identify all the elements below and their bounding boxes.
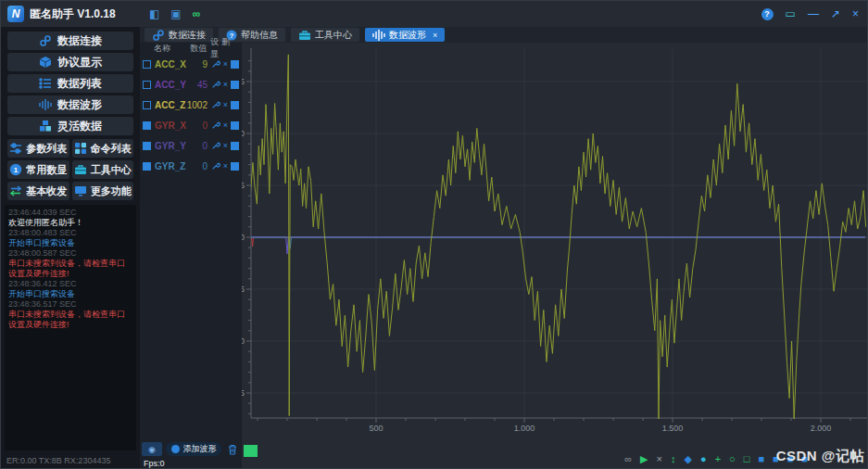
row-delete-button[interactable]: × bbox=[220, 120, 231, 130]
row-delete-button[interactable]: × bbox=[220, 80, 231, 89]
sidebar-item-cube[interactable]: 协议显示 bbox=[7, 53, 133, 71]
play-icon[interactable]: ▶ bbox=[640, 453, 648, 464]
row-select-checkbox[interactable] bbox=[143, 81, 151, 89]
cube-icon bbox=[39, 56, 52, 69]
eye-button[interactable]: ◉ bbox=[142, 442, 162, 456]
link-icon[interactable]: ∞ bbox=[193, 7, 201, 20]
chart-canvas[interactable]: 151050-5-10-155001.0001.5002.000 bbox=[242, 43, 868, 469]
status-bar: ER:0.00 TX:8B RX:2304435 bbox=[1, 453, 140, 469]
row-name: ACC_Z bbox=[155, 100, 186, 110]
row-visible-checkbox[interactable] bbox=[231, 60, 239, 69]
log-message: 欢迎使用匿名助手！ bbox=[8, 218, 132, 228]
circle-icon[interactable]: ○ bbox=[729, 453, 736, 464]
log-timestamp: 23:48:36.412 SEC bbox=[8, 279, 132, 289]
data-list-header: 名称 数值 设删显 bbox=[140, 43, 242, 54]
row-visible-checkbox[interactable] bbox=[231, 162, 239, 171]
sidebar-grid-label: 工具中心 bbox=[91, 163, 132, 177]
cursor-icon[interactable]: ■ bbox=[758, 453, 764, 464]
x-tick-label: 1.500 bbox=[662, 424, 684, 433]
row-settings-button[interactable] bbox=[210, 161, 220, 171]
sidebar-grid-label: 命令列表 bbox=[91, 142, 132, 156]
close-button[interactable]: × bbox=[852, 8, 859, 19]
header-value: 数值 bbox=[188, 43, 208, 55]
row-select-checkbox[interactable] bbox=[143, 142, 151, 150]
diamond-icon[interactable]: ◆ bbox=[685, 453, 692, 464]
row-select-checkbox[interactable] bbox=[143, 60, 151, 69]
app-title: 匿名助手 V1.0.18 bbox=[30, 6, 116, 22]
row-visible-checkbox[interactable] bbox=[231, 142, 239, 150]
sidebar-grid-toolbox[interactable]: 工具中心 bbox=[72, 160, 134, 179]
table-row: ACC_Z1002× bbox=[140, 95, 242, 115]
sidebar-item-label: 数据列表 bbox=[57, 76, 102, 92]
app-window: N 匿名助手 V1.0.18 数据连接协议显示数据列表数据波形灵活数据 参数列表… bbox=[0, 0, 868, 469]
add-waveform-label: 添加波形 bbox=[183, 443, 217, 455]
row-name: ACC_Y bbox=[155, 80, 186, 90]
row-settings-button[interactable] bbox=[210, 80, 220, 89]
add-waveform-icon bbox=[171, 445, 180, 453]
row-name: GYR_X bbox=[155, 120, 186, 131]
row-delete-button[interactable]: × bbox=[220, 141, 231, 150]
sidebar-grid-arrows[interactable]: 基本收发 bbox=[7, 182, 69, 200]
row-visible-checkbox[interactable] bbox=[231, 121, 239, 130]
row-value: 9 bbox=[186, 59, 208, 70]
row-select-checkbox[interactable] bbox=[143, 101, 151, 109]
row-visible-checkbox[interactable] bbox=[231, 101, 239, 109]
sidebar-grid-one-circle[interactable]: 1常用数显 bbox=[7, 160, 69, 179]
sidebar-item-link[interactable]: 数据连接 bbox=[7, 32, 133, 50]
row-delete-button[interactable]: × bbox=[220, 100, 231, 109]
row-select-checkbox[interactable] bbox=[143, 121, 151, 130]
sidebar-item-list[interactable]: 数据列表 bbox=[7, 74, 133, 93]
tab-link[interactable]: 数据连接 bbox=[145, 28, 213, 42]
x-tick-label: 2.000 bbox=[811, 424, 832, 433]
app-title-text: 匿名助手 bbox=[30, 7, 74, 20]
tab-toolbox[interactable]: 工具中心 bbox=[291, 28, 359, 42]
sidebar-item-label: 灵活数据 bbox=[57, 119, 102, 134]
one-circle-icon: 1 bbox=[9, 163, 22, 176]
link-icon[interactable]: ∞ bbox=[624, 453, 632, 464]
sidebar-header: N 匿名助手 V1.0.18 bbox=[1, 1, 140, 27]
add-waveform-button[interactable]: 添加波形 bbox=[166, 442, 221, 456]
help-icon[interactable]: ? bbox=[761, 8, 774, 20]
sidebar-grid-screen[interactable]: 更多功能 bbox=[72, 182, 134, 200]
fit-vertical-icon[interactable]: ↕ bbox=[671, 453, 676, 464]
windows-icon[interactable]: ▣ bbox=[170, 7, 181, 20]
row-name: GYR_Z bbox=[155, 161, 186, 171]
sliders-icon bbox=[9, 142, 22, 155]
row-name: GYR_Y bbox=[155, 141, 186, 151]
waveform-chart[interactable]: 151050-5-10-155001.0001.5002.000 bbox=[242, 43, 868, 469]
toolbox-icon bbox=[74, 163, 87, 176]
app-version: V1.0.18 bbox=[77, 7, 115, 20]
tag-icon[interactable]: ● bbox=[700, 453, 707, 464]
row-delete-button[interactable]: × bbox=[220, 59, 231, 69]
row-select-checkbox[interactable] bbox=[143, 162, 151, 171]
row-settings-button[interactable] bbox=[210, 120, 220, 130]
row-settings-button[interactable] bbox=[210, 141, 220, 150]
sidebar-item-cubes[interactable]: 灵活数据 bbox=[7, 117, 133, 135]
delete-button[interactable] bbox=[225, 442, 240, 456]
scroll-handle[interactable] bbox=[244, 445, 258, 457]
screen-icon bbox=[74, 184, 87, 197]
panel-toggle-icon[interactable]: ◧ bbox=[149, 7, 159, 20]
expand-icon[interactable]: × bbox=[657, 453, 662, 464]
add-icon[interactable]: + bbox=[715, 453, 721, 464]
grid-icon bbox=[74, 142, 87, 155]
maximize-button[interactable]: ↗ bbox=[831, 8, 840, 19]
monitor-icon[interactable]: ▭ bbox=[786, 7, 796, 20]
tab-label: 数据波形 bbox=[389, 29, 426, 42]
tab-bar: 数据连接?帮助信息工具中心数据波形× bbox=[140, 27, 868, 43]
row-settings-button[interactable] bbox=[210, 59, 220, 69]
row-delete-button[interactable]: × bbox=[220, 161, 231, 171]
crop-icon[interactable]: □ bbox=[744, 453, 750, 464]
row-settings-button[interactable] bbox=[210, 100, 220, 109]
tab-waveform[interactable]: 数据波形× bbox=[365, 28, 445, 42]
window-controls: ? ▭ — ↗ × bbox=[761, 7, 859, 20]
sidebar-item-waveform[interactable]: 数据波形 bbox=[7, 95, 133, 114]
row-visible-checkbox[interactable] bbox=[231, 81, 239, 89]
tab-close-icon[interactable]: × bbox=[433, 31, 437, 40]
eye-icon: ◉ bbox=[148, 445, 156, 454]
sidebar-grid-grid[interactable]: 命令列表 bbox=[72, 139, 134, 158]
sidebar-grid-sliders[interactable]: 参数列表 bbox=[7, 139, 69, 158]
row-value: 0 bbox=[186, 161, 208, 171]
minimize-button[interactable]: — bbox=[808, 8, 819, 19]
series-GYR_X bbox=[246, 237, 865, 247]
